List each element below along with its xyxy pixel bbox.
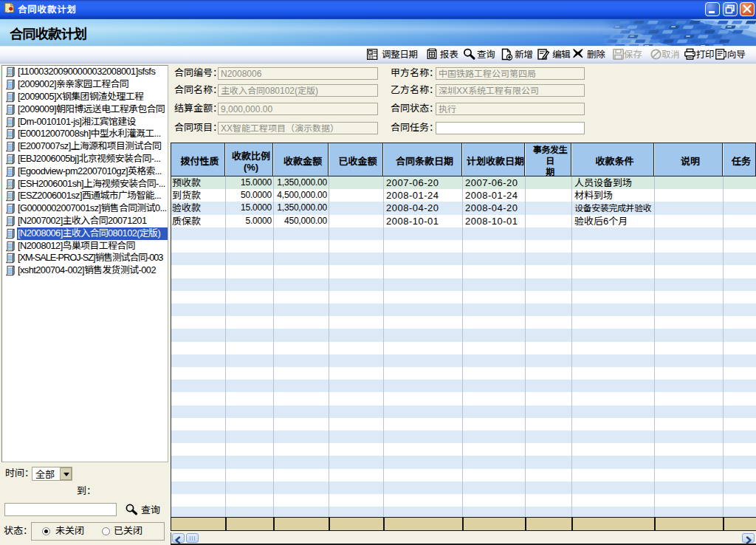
svg-text:1: 1	[370, 50, 372, 55]
